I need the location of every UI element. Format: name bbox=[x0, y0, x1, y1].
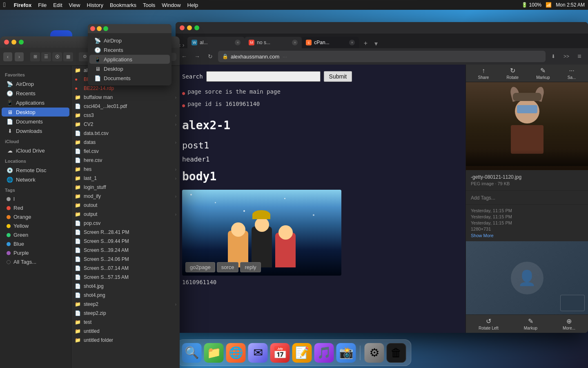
dock-browser-icon[interactable]: 🌐 bbox=[226, 343, 246, 363]
file-item[interactable]: 📁outout bbox=[71, 201, 180, 210]
dock-mail-icon[interactable]: ✉ bbox=[248, 343, 268, 363]
close-button[interactable] bbox=[90, 26, 95, 31]
expand-arrow-icon[interactable]: › bbox=[175, 212, 176, 217]
dock-finder-icon[interactable]: 🔍 bbox=[182, 343, 202, 363]
file-item[interactable]: 📄fiel.csv bbox=[71, 147, 180, 156]
sidebar-item-tag-l[interactable]: l bbox=[2, 195, 69, 203]
sidebar-item-tag-purple[interactable]: Purple bbox=[2, 249, 69, 257]
go2page-button[interactable]: go2page bbox=[185, 262, 215, 272]
file-item[interactable]: 📄Screen S...39.24 AM bbox=[71, 246, 180, 255]
file-item[interactable]: 📄shot4.jpg bbox=[71, 282, 180, 291]
menu-view[interactable]: View bbox=[69, 2, 80, 8]
file-item[interactable]: 📄csci404_...lec01.pdf bbox=[71, 102, 180, 111]
file-item[interactable]: 📄Screen R...28.41 PM bbox=[71, 228, 180, 237]
menu-bookmarks[interactable]: Bookmarks bbox=[110, 2, 136, 8]
sidebar-item-documents[interactable]: 📄 Documents bbox=[2, 117, 69, 126]
sidebar-item-all-tags[interactable]: All Tags... bbox=[2, 258, 69, 266]
expand-arrow-icon[interactable]: › bbox=[175, 122, 176, 127]
file-item[interactable]: 📁steep2› bbox=[71, 300, 180, 309]
dock-files-icon[interactable]: 📁 bbox=[204, 343, 224, 363]
file-item[interactable]: 📄Screen S...07.14 AM bbox=[71, 264, 180, 273]
sidebar-item-documents[interactable]: 📄 Documents bbox=[89, 74, 170, 83]
expand-arrow-icon[interactable]: › bbox=[175, 194, 176, 199]
markup-bottom-button[interactable]: ✎ Markup bbox=[524, 317, 537, 330]
expand-arrow-icon[interactable]: › bbox=[175, 140, 176, 145]
file-item[interactable]: 📄Screen S...24.06 PM bbox=[71, 255, 180, 264]
tab-close-wordpress[interactable]: × bbox=[235, 40, 241, 45]
tab-cpanel[interactable]: c cPan... × bbox=[302, 37, 359, 48]
maximize-button[interactable] bbox=[103, 26, 108, 31]
tab-gmail[interactable]: M no s... × bbox=[245, 37, 302, 48]
forward-button[interactable]: › bbox=[15, 52, 24, 61]
menu-file[interactable]: File bbox=[38, 2, 47, 8]
sidebar-item-tag-orange[interactable]: Orange bbox=[2, 213, 69, 221]
dock-calendar-icon[interactable]: 📅 bbox=[270, 343, 290, 363]
browser-back-button[interactable]: ← bbox=[179, 51, 189, 62]
sidebar-item-applications[interactable]: 📱 Applications bbox=[2, 98, 69, 107]
downloads-button[interactable]: ⬇ bbox=[548, 51, 559, 62]
menu-edit[interactable]: Edit bbox=[53, 2, 62, 8]
tab-wordpress[interactable]: W al... × bbox=[187, 37, 245, 48]
show-more-button[interactable]: Show More bbox=[471, 233, 583, 238]
file-item[interactable]: 📄pop.csv bbox=[71, 219, 180, 228]
icon-view-button[interactable]: ⊞ bbox=[30, 52, 40, 61]
rotate-tool[interactable]: ↻ Rotate bbox=[507, 67, 519, 80]
share-tool[interactable]: ↑ Share bbox=[478, 67, 489, 80]
menu-tools[interactable]: Tools bbox=[143, 2, 155, 8]
file-item[interactable]: 📄shot4.png bbox=[71, 291, 180, 300]
sorce-button[interactable]: sorce bbox=[217, 262, 239, 272]
expand-arrow-icon[interactable]: › bbox=[175, 302, 176, 307]
sidebar-item-recents[interactable]: 🕐 Recents bbox=[2, 89, 69, 98]
menu-history[interactable]: History bbox=[87, 2, 103, 8]
file-item[interactable]: 📁test bbox=[71, 318, 180, 327]
tab-close-cpanel[interactable]: × bbox=[349, 40, 355, 45]
file-item[interactable]: 📄steep2.zip bbox=[71, 309, 180, 318]
file-item[interactable]: 📁mod_ify› bbox=[71, 192, 180, 201]
sidebar-item-desktop[interactable]: 🖥 Desktop bbox=[89, 64, 170, 73]
dock-notes-icon[interactable]: 📝 bbox=[292, 343, 312, 363]
markup-tool[interactable]: ✎ Markup bbox=[536, 67, 550, 80]
more-tool[interactable]: ··· Sa... bbox=[568, 67, 576, 80]
expand-arrow-icon[interactable]: › bbox=[175, 95, 176, 100]
dock-music-icon[interactable]: 🎵 bbox=[314, 343, 334, 363]
url-bar[interactable]: 🔒 alexhaussmann.com ··· bbox=[218, 51, 546, 62]
tab-forward-button[interactable]: › bbox=[183, 42, 185, 48]
more-bottom-button[interactable]: ⊕ More... bbox=[563, 317, 575, 330]
list-view-button[interactable]: ☰ bbox=[41, 52, 51, 61]
dock-trash-icon[interactable]: 🗑 bbox=[387, 343, 406, 363]
menu-help[interactable]: Help bbox=[187, 2, 198, 8]
sidebar-item-tag-red[interactable]: Red bbox=[2, 204, 69, 212]
file-item[interactable]: 📁css3› bbox=[71, 111, 180, 120]
column-view-button[interactable]: ⦿ bbox=[52, 52, 62, 61]
sidebar-item-recents[interactable]: 🕐 Recents bbox=[89, 45, 170, 54]
dock-settings-icon[interactable]: ⚙ bbox=[365, 343, 384, 363]
browser-close-button[interactable] bbox=[180, 25, 185, 30]
apple-menu-icon[interactable]:  bbox=[3, 1, 6, 9]
page-search-input[interactable] bbox=[206, 71, 321, 82]
gallery-view-button[interactable]: ▦ bbox=[63, 52, 73, 61]
file-item[interactable]: 📁last_1› bbox=[71, 174, 180, 183]
sidebar-item-desktop[interactable]: 🖥 Desktop bbox=[2, 108, 69, 117]
finder-maximize-button[interactable] bbox=[19, 40, 24, 45]
sidebar-item-remote-disc[interactable]: 💿 Remote Disc bbox=[2, 166, 69, 175]
file-item[interactable]: 📄here.csv bbox=[71, 156, 180, 165]
file-item[interactable]: 📁untitled folder bbox=[71, 336, 180, 345]
minimize-button[interactable] bbox=[97, 26, 102, 31]
file-item[interactable]: 📁hes› bbox=[71, 165, 180, 174]
file-item[interactable]: 📁CV2› bbox=[71, 120, 180, 129]
rotate-left-button[interactable]: ↺ Rotate Left bbox=[479, 317, 499, 330]
browser-minimize-button[interactable] bbox=[187, 25, 192, 30]
finder-minimize-button[interactable] bbox=[11, 40, 16, 45]
add-tags-button[interactable]: Add Tags... bbox=[471, 195, 495, 201]
sidebar-item-tag-blue[interactable]: Blue bbox=[2, 240, 69, 248]
sidebar-item-airdrop[interactable]: 📡 AirDrop bbox=[2, 79, 69, 88]
app-name[interactable]: Firefox bbox=[14, 2, 31, 8]
tab-overflow-button[interactable]: ▾ bbox=[372, 38, 380, 48]
browser-refresh-button[interactable]: ↻ bbox=[205, 51, 216, 62]
finder-close-button[interactable] bbox=[4, 40, 9, 45]
dock-photos-icon[interactable]: 📸 bbox=[336, 343, 356, 363]
new-tab-button[interactable]: + bbox=[361, 38, 370, 48]
sidebar-item-tag-green[interactable]: Green bbox=[2, 231, 69, 239]
file-item[interactable]: 📁buffalow man› bbox=[71, 93, 180, 102]
file-item[interactable]: 📄Screen S...57.15 AM bbox=[71, 273, 180, 282]
